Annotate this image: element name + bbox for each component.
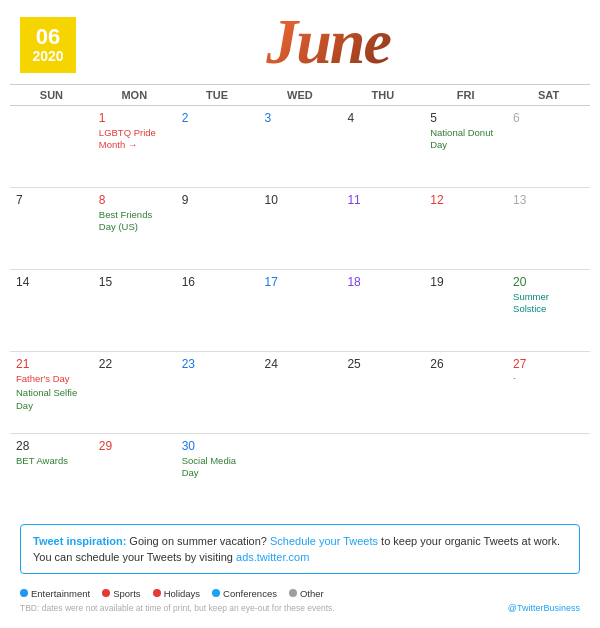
twitter-handle: @TwitterBusiness <box>508 603 580 613</box>
calendar-day-cell: 11 <box>341 188 424 270</box>
day-number: 3 <box>265 111 336 125</box>
day-number: 12 <box>430 193 501 207</box>
year-number: 2020 <box>32 49 63 64</box>
day-number: 21 <box>16 357 87 371</box>
footer: TBD: dates were not available at time of… <box>0 601 600 617</box>
month-number: 06 <box>36 25 60 49</box>
calendar-week-row: 28BET Awards2930Social Media Day <box>10 434 590 516</box>
calendar-day-cell: 18 <box>341 270 424 352</box>
calendar-week-row: 78Best Friends Day (US)910111213 <box>10 188 590 270</box>
calendar-day-cell: 9 <box>176 188 259 270</box>
day-number: 30 <box>182 439 253 453</box>
calendar-event: Father's Day <box>16 373 87 385</box>
day-number: 2 <box>182 111 253 125</box>
legend-item: Other <box>289 588 324 599</box>
weekday-header: TUE <box>176 85 259 106</box>
legend: EntertainmentSportsHolidaysConferencesOt… <box>0 582 600 601</box>
calendar-day-cell: 25 <box>341 352 424 434</box>
day-number: 22 <box>99 357 170 371</box>
tweet-inspiration-box: Tweet inspiration: Going on summer vacat… <box>20 524 580 574</box>
day-number: 10 <box>265 193 336 207</box>
day-number: 14 <box>16 275 87 289</box>
day-number: 6 <box>513 111 584 125</box>
calendar-day-cell: 20Summer Solstice <box>507 270 590 352</box>
calendar-day-cell: 4 <box>341 106 424 188</box>
weekday-header: SUN <box>10 85 93 106</box>
calendar-day-cell <box>341 434 424 516</box>
calendar-table: SUNMONTUEWEDTHUFRISAT 1LGBTQ Pride Month… <box>10 84 590 516</box>
day-number: 13 <box>513 193 584 207</box>
schedule-tweets-link[interactable]: Schedule your Tweets <box>270 535 378 547</box>
weekday-header: SAT <box>507 85 590 106</box>
weekday-header: MON <box>93 85 176 106</box>
calendar-day-cell: 2 <box>176 106 259 188</box>
day-number: 23 <box>182 357 253 371</box>
calendar-day-cell: 24 <box>259 352 342 434</box>
calendar-day-cell: 13 <box>507 188 590 270</box>
calendar-day-cell: 15 <box>93 270 176 352</box>
legend-item: Holidays <box>153 588 200 599</box>
day-number: 7 <box>16 193 87 207</box>
day-number: 8 <box>99 193 170 207</box>
calendar-day-cell <box>424 434 507 516</box>
legend-dot <box>153 589 161 597</box>
calendar-day-cell: 1LGBTQ Pride Month → <box>93 106 176 188</box>
day-number: 27 <box>513 357 584 371</box>
day-number: 26 <box>430 357 501 371</box>
calendar-event: National Selfie Day <box>16 387 87 412</box>
month-title: June <box>76 5 580 79</box>
page-header: 06 2020 June <box>0 0 600 84</box>
legend-label: Holidays <box>164 588 200 599</box>
calendar-day-cell: 28BET Awards <box>10 434 93 516</box>
day-number: 28 <box>16 439 87 453</box>
calendar-day-cell <box>259 434 342 516</box>
footer-note-text: TBD: dates were not available at time of… <box>20 603 335 613</box>
day-number: 19 <box>430 275 501 289</box>
calendar-day-cell: 8Best Friends Day (US) <box>93 188 176 270</box>
calendar-day-cell: 27- <box>507 352 590 434</box>
calendar-day-cell: 30Social Media Day <box>176 434 259 516</box>
day-number: 4 <box>347 111 418 125</box>
tweet-after-link: to keep your organic Tweets at work. <box>378 535 560 547</box>
day-number: 1 <box>99 111 170 125</box>
calendar-day-cell <box>10 106 93 188</box>
legend-item: Sports <box>102 588 140 599</box>
calendar-event: BET Awards <box>16 455 87 467</box>
day-number: 29 <box>99 439 170 453</box>
day-number: 25 <box>347 357 418 371</box>
month-badge: 06 2020 <box>20 17 76 73</box>
calendar-day-cell: 6 <box>507 106 590 188</box>
calendar-day-cell: 29 <box>93 434 176 516</box>
calendar-event: Summer Solstice <box>513 291 584 316</box>
calendar-day-cell <box>507 434 590 516</box>
tweet-inspiration-text: Going on summer vacation? <box>126 535 270 547</box>
day-number: 24 <box>265 357 336 371</box>
ads-twitter-link[interactable]: ads.twitter.com <box>236 551 309 563</box>
calendar-day-cell: 22 <box>93 352 176 434</box>
legend-dot <box>212 589 220 597</box>
calendar-day-cell: 3 <box>259 106 342 188</box>
weekday-header: WED <box>259 85 342 106</box>
day-number: 16 <box>182 275 253 289</box>
calendar-day-cell: 17 <box>259 270 342 352</box>
calendar-event: - <box>513 373 584 385</box>
calendar-event: Best Friends Day (US) <box>99 209 170 234</box>
calendar-day-cell: 5National Donut Day <box>424 106 507 188</box>
legend-label: Other <box>300 588 324 599</box>
day-number: 5 <box>430 111 501 125</box>
calendar-week-row: 14151617181920Summer Solstice <box>10 270 590 352</box>
day-number: 17 <box>265 275 336 289</box>
calendar-day-cell: 26 <box>424 352 507 434</box>
day-number: 11 <box>347 193 418 207</box>
legend-dot <box>289 589 297 597</box>
calendar-day-cell: 21Father's DayNational Selfie Day <box>10 352 93 434</box>
legend-dot <box>102 589 110 597</box>
day-number: 20 <box>513 275 584 289</box>
tweet-inspiration-label: Tweet inspiration: <box>33 535 126 547</box>
day-number: 18 <box>347 275 418 289</box>
tweet-line2: You can schedule your Tweets by visiting… <box>33 551 567 563</box>
calendar-day-cell: 12 <box>424 188 507 270</box>
day-number: 15 <box>99 275 170 289</box>
weekday-header: FRI <box>424 85 507 106</box>
legend-label: Conferences <box>223 588 277 599</box>
